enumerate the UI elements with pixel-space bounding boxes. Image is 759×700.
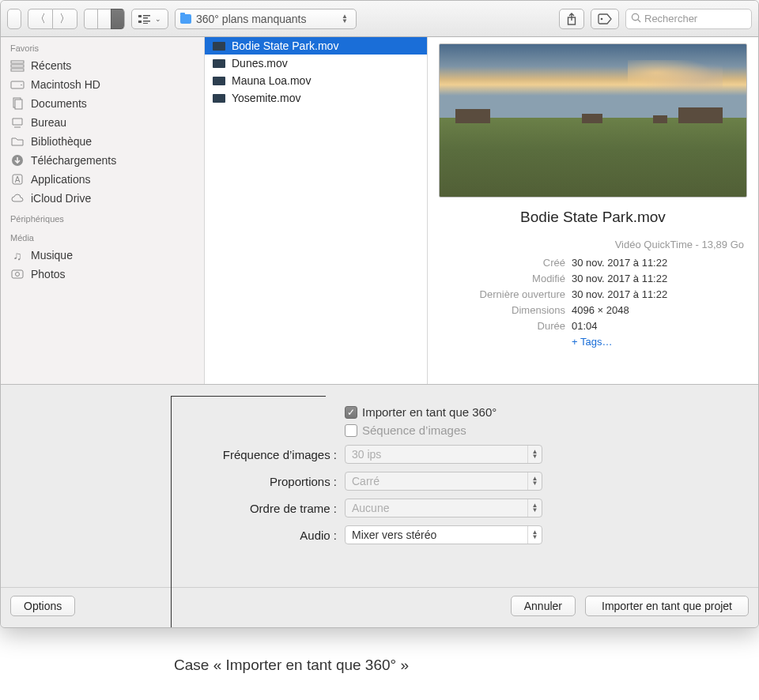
svg-text:A: A [15,175,21,184]
sidebar-item-label: Bibliothèque [31,135,92,148]
sidebar-item-telechargements[interactable]: Téléchargements [1,151,204,170]
sidebar-item-applications[interactable]: AApplications [1,170,204,189]
share-button[interactable] [559,9,584,29]
svg-rect-12 [138,15,142,17]
sidebar-header-devices: Périphériques [1,208,204,227]
sidebar-header-favorites: Favoris [1,37,204,56]
icloud-icon [10,192,25,205]
checkbox-label: Importer en tant que 360° [362,405,497,419]
recents-icon [10,59,25,72]
preview-thumbnail [439,43,747,198]
svg-point-19 [601,17,603,20]
svg-point-26 [21,85,22,86]
list-item[interactable]: Mauna Loa.mov [205,72,427,89]
sidebar-item-bibliotheque[interactable]: Bibliothèque [1,132,204,151]
sidebar-item-macintosh-hd[interactable]: Macintosh HD [1,75,204,94]
tags-button[interactable] [591,9,619,29]
chevron-updown-icon: ▲▼ [527,446,542,463]
sidebar-item-label: Récents [31,59,71,72]
preview-kind: Vidéo QuickTime - 13,89 Go [439,239,747,250]
framerate-select[interactable]: 30 ips▲▼ [345,445,542,464]
options-button[interactable]: Options [10,596,75,616]
sidebar-item-documents[interactable]: Documents [1,94,204,113]
sidebar-item-recents[interactable]: Récents [1,56,204,75]
svg-rect-22 [11,61,24,63]
chevron-updown-icon: ▲▼ [527,499,542,517]
svg-rect-17 [143,23,148,24]
meta-key: Créé [439,255,565,271]
sidebar-item-label: Applications [31,173,91,186]
path-label: 360° plans manquants [196,13,306,25]
chevron-updown-icon: ▲▼ [342,14,351,24]
add-tags-link[interactable]: + Tags… [572,334,747,350]
ratio-select[interactable]: Carré▲▼ [345,472,542,491]
hdd-icon [10,78,25,91]
list-item[interactable]: Yosemite.mov [205,89,427,107]
search-field[interactable]: Rechercher [625,9,752,29]
file-name: Dunes.mov [232,57,288,70]
sidebar[interactable]: Favoris Récents Macintosh HD Documents B… [1,37,205,384]
sidebar-item-icloud[interactable]: iCloud Drive [1,189,204,208]
sidebar-toggle[interactable] [7,9,21,29]
svg-rect-23 [11,65,24,67]
sidebar-item-label: Documents [31,97,87,110]
sidebar-item-label: Téléchargements [31,154,116,167]
sidebar-item-label: Macintosh HD [31,78,100,91]
fieldorder-select[interactable]: Aucune▲▼ [345,499,542,517]
movie-icon [213,94,225,103]
nav-back-forward: 〈 〉 [28,9,77,29]
finder-import-window: 〈 〉 ⌄ 360° plans manquants ▲▼ [0,0,759,628]
svg-rect-28 [15,100,22,109]
import-options-panel: ✓ Importer en tant que 360° Séquence d’i… [1,385,758,587]
svg-rect-13 [138,21,142,23]
view-columns[interactable] [111,9,125,29]
cancel-button[interactable]: Annuler [511,596,576,616]
file-name: Yosemite.mov [232,92,300,104]
chevron-updown-icon: ▲▼ [527,526,542,544]
sidebar-item-musique[interactable]: ♫Musique [1,246,204,265]
search-icon [631,13,641,25]
path-selector[interactable]: 360° plans manquants ▲▼ [175,9,357,29]
meta-value: 4096 × 2048 [572,303,747,318]
sidebar-item-photos[interactable]: Photos [1,265,204,284]
audio-select[interactable]: Mixer vers stéréo▲▼ [345,525,542,544]
photos-icon [10,268,25,280]
bottom-bar: Options Annuler Importer en tant que pro… [1,587,758,627]
view-list[interactable] [97,9,111,29]
folder-icon [180,14,191,24]
meta-value: 30 nov. 2017 à 11:22 [572,255,747,271]
ratio-label: Proportions : [25,475,345,488]
nav-forward[interactable]: 〉 [52,9,77,29]
svg-rect-14 [143,15,150,17]
svg-rect-16 [143,21,150,22]
preview-pane: Bodie State Park.mov Vidéo QuickTime - 1… [428,37,758,384]
nav-back[interactable]: 〈 [28,9,52,29]
view-mode-segment [84,9,125,29]
desktop-icon [10,116,25,129]
list-item[interactable]: Bodie State Park.mov [205,37,427,55]
svg-line-21 [638,19,640,21]
downloads-icon [10,154,25,167]
preview-title: Bodie State Park.mov [520,209,666,226]
sidebar-item-label: iCloud Drive [31,192,91,205]
callout-leader [171,396,172,628]
sidebar-item-bureau[interactable]: Bureau [1,113,204,132]
file-list[interactable]: Bodie State Park.mov Dunes.mov Mauna Loa… [205,37,428,384]
svg-rect-33 [12,270,23,278]
checkbox-import-360[interactable]: ✓ [345,406,357,419]
list-item[interactable]: Dunes.mov [205,55,427,72]
toolbar: 〈 〉 ⌄ 360° plans manquants ▲▼ [1,1,758,37]
callout-caption: Case « Importer en tant que 360° » [174,657,759,674]
main-area: Favoris Récents Macintosh HD Documents B… [1,37,758,385]
meta-key: Dimensions [439,303,565,318]
checkbox-image-sequence[interactable] [345,424,357,437]
chevron-updown-icon: ▲▼ [527,472,542,490]
folder-icon [10,135,25,148]
sidebar-item-label: Bureau [31,116,66,129]
view-icons[interactable] [84,9,97,29]
svg-rect-24 [11,69,24,71]
import-button[interactable]: Importer en tant que projet [585,596,749,616]
framerate-label: Fréquence d’images : [25,448,345,461]
movie-icon [213,77,225,85]
arrange-menu[interactable]: ⌄ [131,9,168,29]
